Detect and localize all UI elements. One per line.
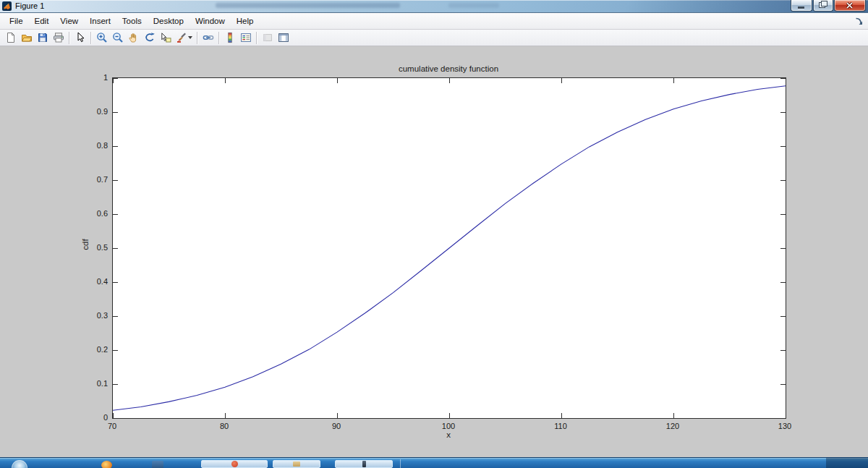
restore-icon xyxy=(819,2,825,8)
x-tick-label: 130 xyxy=(769,422,801,430)
open-file-icon xyxy=(21,32,33,43)
browser-icon[interactable] xyxy=(101,461,112,468)
plot-axes[interactable] xyxy=(112,77,786,419)
insert-legend-icon xyxy=(240,32,252,43)
link-plot-button[interactable] xyxy=(200,30,216,45)
dark-app-icon xyxy=(362,461,366,467)
menu-item-desktop[interactable]: Desktop xyxy=(148,14,190,27)
show-plot-tools-icon xyxy=(278,32,289,43)
hide-plot-tools-icon xyxy=(262,32,273,43)
menubar: FileEditViewInsertToolsDesktopWindowHelp xyxy=(0,13,868,30)
y-tick-label: 0.4 xyxy=(76,277,108,286)
y-tick-label: 0.7 xyxy=(76,175,108,184)
new-figure-button[interactable] xyxy=(3,30,19,45)
close-button[interactable] xyxy=(834,0,866,12)
taskbar-button[interactable] xyxy=(273,460,320,468)
x-tick-label: 80 xyxy=(208,422,240,430)
figure-toolbar xyxy=(0,30,868,46)
dock-figure-icon[interactable] xyxy=(854,17,863,25)
y-tick-label: 0.3 xyxy=(76,311,108,320)
toolbar-separator xyxy=(256,32,258,44)
restore-button[interactable] xyxy=(813,0,833,12)
y-tick-label: 0 xyxy=(76,413,108,422)
y-tick-label: 0.8 xyxy=(76,141,108,150)
x-tick-label: 70 xyxy=(96,422,128,430)
data-cursor-button[interactable] xyxy=(158,30,174,45)
cdf-curve-plot xyxy=(113,78,786,418)
menu-item-help[interactable]: Help xyxy=(231,14,260,27)
figure-area: cumulative density function x cdf 708090… xyxy=(0,46,868,458)
zoom-out-icon xyxy=(112,32,124,43)
open-file-button[interactable] xyxy=(19,30,35,45)
menu-item-insert[interactable]: Insert xyxy=(84,14,116,27)
x-axis-label: x xyxy=(112,430,785,439)
toolbar-separator xyxy=(69,32,70,44)
brush-data-icon xyxy=(176,32,187,43)
brush-data-button[interactable] xyxy=(174,30,190,45)
x-tick-label: 90 xyxy=(320,422,352,430)
print-figure-button[interactable] xyxy=(51,30,67,45)
pan-icon xyxy=(128,32,140,43)
x-tick-label: 100 xyxy=(433,422,464,430)
system-tray-area[interactable] xyxy=(826,458,868,468)
pan-button[interactable] xyxy=(126,30,142,45)
titlebar-reflection-artifact xyxy=(216,3,400,8)
toolbar-separator xyxy=(218,32,220,44)
edit-plot-icon xyxy=(75,32,86,43)
save-figure-icon xyxy=(37,32,48,43)
menubar-items: FileEditViewInsertToolsDesktopWindowHelp xyxy=(4,14,259,27)
application-icon[interactable] xyxy=(152,461,163,468)
insert-legend-button[interactable] xyxy=(238,30,254,45)
screen: Figure 1 FileEditViewInsertToolsDesktopW… xyxy=(0,0,868,468)
y-tick-label: 0.6 xyxy=(76,209,108,218)
matlab-logo-icon xyxy=(2,1,12,11)
taskbar-button[interactable] xyxy=(335,460,393,468)
hide-plot-tools-button[interactable] xyxy=(260,30,276,45)
y-tick-label: 0.1 xyxy=(76,379,108,388)
menu-item-tools[interactable]: Tools xyxy=(116,14,148,27)
start-button[interactable] xyxy=(12,460,27,468)
show-plot-tools-button[interactable] xyxy=(276,30,292,45)
zoom-in-icon xyxy=(96,32,108,43)
menu-item-window[interactable]: Window xyxy=(190,14,231,27)
y-tick-label: 0.9 xyxy=(76,107,108,116)
windows-taskbar xyxy=(0,457,868,468)
y-tick-label: 1 xyxy=(76,73,108,82)
link-plot-icon xyxy=(203,32,214,43)
toolbar-separator xyxy=(90,32,92,44)
x-tick-label: 110 xyxy=(545,422,576,430)
menu-item-edit[interactable]: Edit xyxy=(29,14,55,27)
minimize-icon xyxy=(798,7,804,9)
data-cursor-icon xyxy=(160,32,171,43)
window-title: Figure 1 xyxy=(15,1,44,10)
toolbar-separator xyxy=(197,32,198,44)
print-figure-icon xyxy=(53,32,64,43)
titlebar-reflection-artifact xyxy=(448,3,499,8)
menu-item-file[interactable]: File xyxy=(4,14,29,27)
insert-colorbar-button[interactable] xyxy=(222,30,238,45)
tan-app-icon xyxy=(293,461,300,467)
zoom-out-button[interactable] xyxy=(110,30,126,45)
save-figure-button[interactable] xyxy=(35,30,51,45)
window-controls xyxy=(790,0,866,12)
taskbar-button[interactable] xyxy=(201,460,268,468)
zoom-in-button[interactable] xyxy=(94,30,110,45)
rotate-3d-button[interactable] xyxy=(142,30,158,45)
edit-plot-button[interactable] xyxy=(72,30,88,45)
red-circle-app-icon xyxy=(231,461,238,467)
y-tick-label: 0.2 xyxy=(76,345,108,354)
titlebar-glass-shade xyxy=(0,0,868,12)
x-tick-label: 120 xyxy=(657,422,689,430)
y-tick-label: 0.5 xyxy=(76,243,108,252)
window-titlebar[interactable]: Figure 1 xyxy=(0,0,868,13)
close-icon xyxy=(846,1,854,9)
taskbar-separator xyxy=(400,459,401,468)
rotate-3d-icon xyxy=(144,32,156,43)
plot-title: cumulative density function xyxy=(112,64,785,73)
insert-colorbar-icon xyxy=(224,32,236,43)
new-figure-icon xyxy=(5,32,17,43)
minimize-button[interactable] xyxy=(791,0,812,12)
menu-item-view[interactable]: View xyxy=(54,14,84,27)
